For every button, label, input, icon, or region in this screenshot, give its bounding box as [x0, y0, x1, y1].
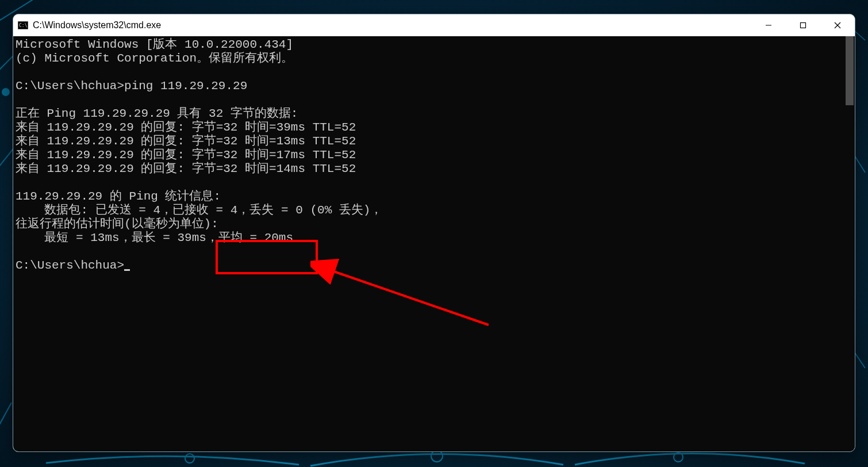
output-line: Microsoft Windows [版本 10.0.22000.434]	[16, 38, 293, 51]
maximize-button[interactable]	[786, 14, 820, 36]
command-line: C:\Users\hchua>ping 119.29.29.29	[16, 79, 247, 93]
close-button[interactable]	[820, 14, 855, 36]
svg-point-8	[674, 453, 683, 462]
minimize-button[interactable]	[751, 14, 786, 36]
cmd-icon: C:\	[18, 21, 28, 29]
svg-rect-15	[801, 23, 806, 28]
titlebar[interactable]: C:\ C:\Windows\system32\cmd.exe	[13, 14, 855, 36]
svg-point-3	[2, 89, 9, 95]
cmd-window: C:\ C:\Windows\system32\cmd.exe Microsof…	[13, 14, 855, 452]
scrollbar-thumb[interactable]	[846, 36, 854, 105]
window-title: C:\Windows\system32\cmd.exe	[33, 14, 161, 36]
svg-point-6	[185, 454, 194, 463]
cursor	[124, 269, 130, 271]
prompt-line: C:\Users\hchua>	[16, 259, 124, 272]
output-line: 来自 119.29.29.29 的回复: 字节=32 时间=13ms TTL=5…	[16, 135, 356, 148]
output-line: 往返行程的估计时间(以毫秒为单位):	[16, 217, 218, 231]
svg-point-7	[431, 450, 443, 462]
svg-line-5	[0, 403, 11, 434]
output-line: 来自 119.29.29.29 的回复: 字节=32 时间=17ms TTL=5…	[16, 148, 356, 162]
output-line: 最短 = 13ms，最长 = 39ms，平均 = 20ms	[16, 231, 293, 244]
console-output[interactable]: Microsoft Windows [版本 10.0.22000.434] (c…	[13, 36, 844, 451]
window-controls	[751, 14, 855, 36]
output-line: 来自 119.29.29.29 的回复: 字节=32 时间=14ms TTL=5…	[16, 162, 356, 175]
output-line: 正在 Ping 119.29.29.29 具有 32 字节的数据:	[16, 107, 298, 120]
output-line: 数据包: 已发送 = 4，已接收 = 4，丢失 = 0 (0% 丢失)，	[16, 204, 382, 217]
vertical-scrollbar[interactable]	[844, 36, 855, 451]
svg-text:C:\: C:\	[19, 23, 28, 28]
output-line: (c) Microsoft Corporation。保留所有权利。	[16, 52, 293, 65]
output-line: 119.29.29.29 的 Ping 统计信息:	[16, 190, 221, 203]
output-line: 来自 119.29.29.29 的回复: 字节=32 时间=39ms TTL=5…	[16, 121, 356, 134]
